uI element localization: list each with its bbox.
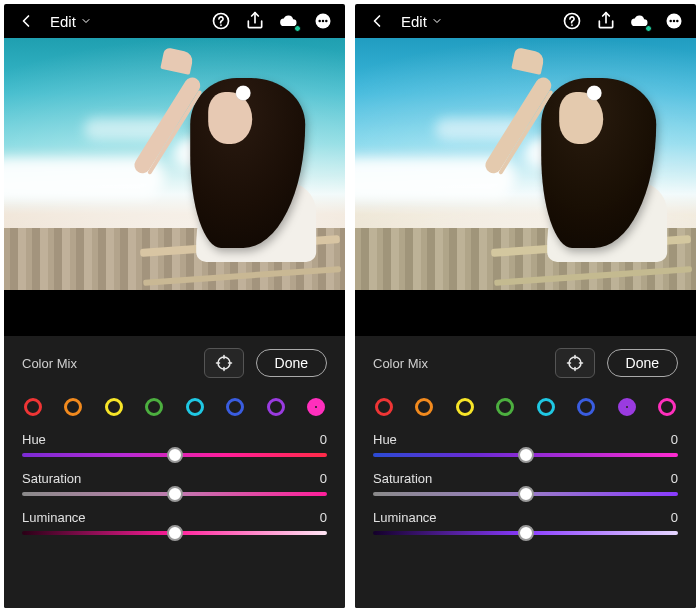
luminance-track[interactable] (373, 531, 678, 535)
luminance-thumb[interactable] (518, 525, 534, 541)
luminance-value: 0 (320, 510, 327, 525)
back-icon[interactable] (367, 11, 387, 31)
svg-point-16 (669, 20, 672, 23)
hue-thumb[interactable] (167, 447, 183, 463)
hue-thumb[interactable] (518, 447, 534, 463)
hue-label: Hue (373, 432, 397, 447)
color-mix-panel: Color Mix Done Hue 0 Saturation 0 Lumina… (4, 336, 345, 608)
photo-preview[interactable] (355, 38, 696, 290)
svg-point-18 (676, 20, 679, 23)
hue-track[interactable] (373, 453, 678, 457)
swatch-orange[interactable] (64, 398, 82, 416)
hue-slider[interactable]: Hue 0 (373, 432, 678, 457)
app-screen: Edit Color Mix Done Hue 0 (4, 4, 345, 608)
mode-dropdown[interactable]: Edit (401, 13, 443, 30)
hue-value: 0 (671, 432, 678, 447)
color-mix-panel: Color Mix Done Hue 0 Saturation 0 Lumina… (355, 336, 696, 608)
chevron-down-icon (431, 13, 443, 30)
saturation-slider[interactable]: Saturation 0 (373, 471, 678, 496)
panel-title: Color Mix (22, 356, 77, 371)
luminance-label: Luminance (373, 510, 437, 525)
swatch-aqua[interactable] (186, 398, 204, 416)
mode-label: Edit (50, 13, 76, 30)
targeted-adjustment-button[interactable] (204, 348, 244, 378)
done-button[interactable]: Done (607, 349, 678, 377)
swatch-blue[interactable] (577, 398, 595, 416)
cloud-sync-icon[interactable] (630, 11, 650, 31)
swatch-orange[interactable] (415, 398, 433, 416)
app-header: Edit (4, 4, 345, 38)
svg-point-5 (322, 20, 325, 23)
more-icon[interactable] (313, 11, 333, 31)
swatch-purple[interactable] (618, 398, 636, 416)
targeted-adjustment-button[interactable] (555, 348, 595, 378)
luminance-value: 0 (671, 510, 678, 525)
swatch-green[interactable] (145, 398, 163, 416)
saturation-value: 0 (320, 471, 327, 486)
color-swatches (22, 392, 327, 418)
swatch-magenta[interactable] (307, 398, 325, 416)
cloud-sync-icon[interactable] (279, 11, 299, 31)
hue-track[interactable] (22, 453, 327, 457)
svg-point-4 (318, 20, 321, 23)
swatch-purple[interactable] (267, 398, 285, 416)
swatch-yellow[interactable] (456, 398, 474, 416)
saturation-slider[interactable]: Saturation 0 (22, 471, 327, 496)
hue-label: Hue (22, 432, 46, 447)
luminance-label: Luminance (22, 510, 86, 525)
swatch-blue[interactable] (226, 398, 244, 416)
photo-preview[interactable] (4, 38, 345, 290)
luminance-slider[interactable]: Luminance 0 (373, 510, 678, 535)
svg-point-17 (673, 20, 676, 23)
panel-title: Color Mix (373, 356, 428, 371)
hue-value: 0 (320, 432, 327, 447)
swatch-magenta[interactable] (658, 398, 676, 416)
saturation-thumb[interactable] (167, 486, 183, 502)
saturation-track[interactable] (22, 492, 327, 496)
mode-dropdown[interactable]: Edit (50, 13, 92, 30)
app-header: Edit (355, 4, 696, 38)
saturation-label: Saturation (373, 471, 432, 486)
hue-slider[interactable]: Hue 0 (22, 432, 327, 457)
swatch-red[interactable] (375, 398, 393, 416)
svg-point-6 (325, 20, 328, 23)
chevron-down-icon (80, 13, 92, 30)
swatch-yellow[interactable] (105, 398, 123, 416)
saturation-label: Saturation (22, 471, 81, 486)
saturation-value: 0 (671, 471, 678, 486)
back-icon[interactable] (16, 11, 36, 31)
help-icon[interactable] (211, 11, 231, 31)
help-icon[interactable] (562, 11, 582, 31)
luminance-slider[interactable]: Luminance 0 (22, 510, 327, 535)
luminance-thumb[interactable] (167, 525, 183, 541)
app-screen: Edit Color Mix Done Hue 0 (355, 4, 696, 608)
swatch-red[interactable] (24, 398, 42, 416)
saturation-track[interactable] (373, 492, 678, 496)
color-swatches (373, 392, 678, 418)
mode-label: Edit (401, 13, 427, 30)
share-icon[interactable] (596, 11, 616, 31)
luminance-track[interactable] (22, 531, 327, 535)
swatch-green[interactable] (496, 398, 514, 416)
swatch-aqua[interactable] (537, 398, 555, 416)
done-button[interactable]: Done (256, 349, 327, 377)
saturation-thumb[interactable] (518, 486, 534, 502)
more-icon[interactable] (664, 11, 684, 31)
share-icon[interactable] (245, 11, 265, 31)
